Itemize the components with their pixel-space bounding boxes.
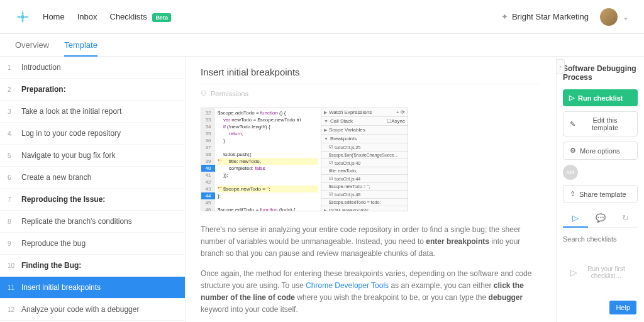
right-tab-run[interactable]: ▷ — [563, 209, 588, 228]
tab-template[interactable]: Template — [64, 35, 97, 57]
step-number: 4 — [8, 130, 21, 137]
step-item[interactable]: 7Reproducing the Issue: — [0, 189, 185, 211]
step-item[interactable]: 6Create a new branch — [0, 167, 185, 189]
nav-checklists[interactable]: Checklists Beta — [110, 12, 171, 22]
run-checklist-button[interactable]: ▷ Run checklist — [563, 89, 638, 106]
step-number: 7 — [8, 196, 21, 203]
body-para-2: Once again, the method for entering thes… — [201, 268, 541, 316]
empty-state[interactable]: ▷ Run your first checklist… — [563, 258, 638, 287]
debug-panel: ▶Watch Expressions+ ⟳ ▼Call Stack☐ Async… — [321, 108, 408, 211]
nav-home[interactable]: Home — [43, 12, 65, 21]
step-title: Create a new branch — [21, 173, 177, 182]
collapse-handle[interactable]: › — [556, 59, 565, 74]
call-stack-label: Call Stack — [330, 118, 353, 124]
step-item[interactable]: 4Log in to your code repository — [0, 123, 185, 145]
play-icon: ▷ — [569, 94, 574, 102]
step-item[interactable]: 9Reproduce the bug — [0, 233, 185, 255]
async-label: Async — [391, 118, 405, 124]
org-name[interactable]: Bright Star Marketing — [512, 12, 589, 21]
scope-variables-label: Scope Variables — [329, 127, 365, 133]
arrow-icon: ← — [216, 184, 224, 191]
line-gutter: 323334353637383940414243444546474849 — [201, 108, 215, 211]
permissions-link[interactable]: ⚇ Permissions — [201, 89, 541, 97]
bp-label: todoCtrl.js:48 — [335, 192, 360, 197]
step-title: Analyze your code with a debugger — [21, 305, 177, 314]
code-text: $scope.addTodo = function () { var newTo… — [215, 108, 321, 211]
step-title: Insert initial breakpoints — [21, 283, 177, 292]
step-title: Log in to your code repository — [21, 129, 177, 138]
right-tab-comments[interactable]: 💬 — [588, 209, 613, 227]
permissions-label: Permissions — [211, 90, 248, 97]
share-icon: ⇪ — [570, 190, 575, 198]
bp-sub: $scope.$on('$routeChangeSucce… — [321, 152, 408, 159]
step-number: 11 — [8, 284, 21, 291]
bp-sub: $scope.newTodo = ''; — [321, 183, 408, 191]
chevron-down-icon[interactable]: ⌄ — [623, 13, 629, 21]
bp-label: todoCtrl.js:25 — [335, 145, 360, 150]
chrome-devtools-link[interactable]: Chrome Developer Tools — [306, 281, 389, 290]
sub-tabs: Overview Template — [0, 34, 644, 57]
run-checklist-label: Run checklist — [578, 94, 623, 102]
step-number: 10 — [8, 262, 21, 269]
step-item[interactable]: 3Take a look at the initial report — [0, 101, 185, 123]
member-avatar[interactable]: AM — [563, 165, 578, 180]
step-number: 3 — [8, 108, 21, 115]
bp-sub: title: newTodo, — [321, 167, 408, 175]
step-item[interactable]: 5Navigate to your bug fix fork — [0, 145, 185, 167]
watch-expressions-label: Watch Expressions — [329, 109, 372, 115]
content-area: Insert initial breakpoints ⚇ Permissions… — [186, 57, 556, 322]
right-panel: › Software Debugging Process ▷ Run check… — [556, 57, 644, 322]
right-tabs: ▷ 💬 ↻ — [563, 209, 638, 228]
play-icon: ▷ — [570, 267, 577, 277]
step-title: Reproducing the Issue: — [21, 195, 177, 204]
right-panel-title: Software Debugging Process — [563, 64, 638, 82]
step-number: 2 — [8, 86, 21, 93]
step-title: Finding the Bug: — [21, 261, 177, 270]
step-number: 1 — [8, 64, 21, 71]
step-number: 12 — [8, 306, 21, 313]
step-number: 5 — [8, 152, 21, 159]
help-button[interactable]: Help — [609, 301, 636, 314]
body-para-1: There's no sense in analyzing your entir… — [201, 224, 541, 260]
step-title: Preparation: — [21, 85, 177, 94]
search-checklists-input[interactable] — [563, 233, 638, 245]
pencil-icon: ✎ — [570, 120, 575, 128]
step-title: Introduction — [21, 63, 177, 72]
steps-sidebar[interactable]: 1Introduction2Preparation:3Take a look a… — [0, 57, 186, 322]
step-number: 9 — [8, 240, 21, 247]
step-item[interactable]: 1Introduction — [0, 57, 185, 79]
more-options-button[interactable]: ⚙ More options — [563, 142, 638, 160]
empty-state-text: Run your first checklist… — [582, 265, 630, 279]
beta-badge: Beta — [152, 13, 171, 22]
step-title: Navigate to your bug fix fork — [21, 151, 177, 160]
step-number: 6 — [8, 174, 21, 181]
top-bar: Home Inbox Checklists Beta ✦ Bright Star… — [0, 0, 644, 34]
content-title: Insert initial breakpoints — [201, 67, 541, 84]
permissions-icon: ⚇ — [201, 89, 207, 97]
bp-label: todoCtrl.js:40 — [335, 161, 360, 165]
edit-template-label: Edit this template — [579, 116, 631, 131]
main: 1Introduction2Preparation:3Take a look a… — [0, 57, 644, 322]
tab-overview[interactable]: Overview — [15, 35, 49, 55]
share-template-button[interactable]: ⇪ Share template — [563, 185, 638, 203]
dom-bp-label: DOM Breakpoints — [329, 208, 369, 211]
code-screenshot: 323334353637383940414243444546474849 $sc… — [201, 108, 408, 211]
step-item[interactable]: 12Analyze your code with a debugger — [0, 299, 185, 321]
share-template-label: Share template — [579, 191, 626, 198]
gear-icon: ⚙ — [570, 147, 576, 155]
right-tab-history[interactable]: ↻ — [613, 209, 638, 227]
step-item[interactable]: 11Insert initial breakpoints — [0, 277, 185, 299]
step-item[interactable]: 8Replicate the branch's conditions — [0, 211, 185, 233]
more-options-label: More options — [580, 147, 620, 155]
edit-template-button[interactable]: ✎ Edit this template — [563, 111, 638, 136]
step-item[interactable]: 10Finding the Bug: — [0, 255, 185, 277]
step-title: Reproduce the bug — [21, 239, 177, 248]
step-item[interactable]: 2Preparation: — [0, 79, 185, 101]
bp-sub: $scope.editedTodo = todo; — [321, 199, 408, 206]
logo-icon[interactable] — [15, 9, 30, 25]
nav-inbox[interactable]: Inbox — [77, 12, 97, 21]
nav-checklists-label: Checklists — [110, 12, 147, 21]
user-avatar[interactable] — [600, 8, 618, 26]
step-title: Take a look at the initial report — [21, 107, 177, 116]
bp-label: todoCtrl.js:44 — [335, 177, 360, 181]
